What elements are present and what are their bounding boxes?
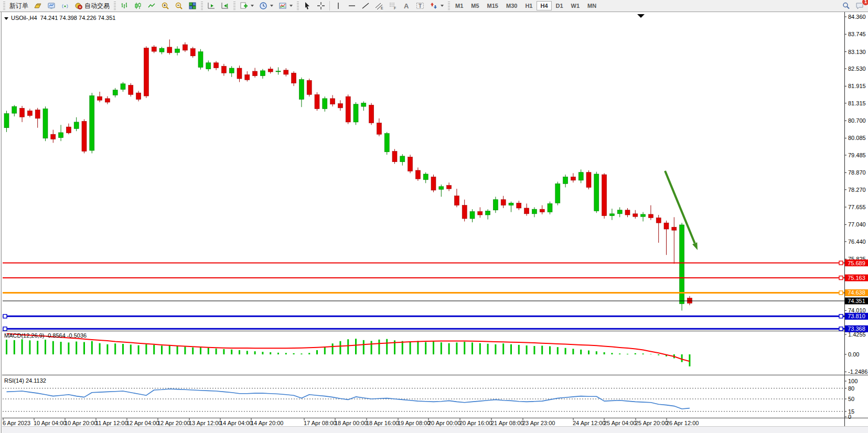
candle-body[interactable] xyxy=(229,68,234,73)
candle-body[interactable] xyxy=(105,99,110,102)
candle-body[interactable] xyxy=(493,200,498,210)
candle-body[interactable] xyxy=(501,200,506,205)
candle-body[interactable] xyxy=(454,196,459,205)
toolbar-grip[interactable] xyxy=(201,2,203,10)
candle-body[interactable] xyxy=(20,108,25,117)
auto-trading-button[interactable]: 自动交易 xyxy=(72,0,112,12)
line-handle[interactable] xyxy=(3,315,7,318)
candle-body[interactable] xyxy=(167,47,172,53)
line-handle[interactable] xyxy=(839,261,843,265)
candle-body[interactable] xyxy=(128,85,133,95)
candle-body[interactable] xyxy=(284,70,288,74)
candle-body[interactable] xyxy=(90,96,94,151)
candle-body[interactable] xyxy=(136,93,141,99)
line-handle[interactable] xyxy=(839,276,843,280)
timeframe-h4-button[interactable]: H4 xyxy=(537,1,551,10)
candle-body[interactable] xyxy=(4,114,9,128)
candle-body[interactable] xyxy=(377,123,381,135)
collapse-triangle-icon[interactable] xyxy=(4,17,8,20)
line-handle[interactable] xyxy=(3,327,7,331)
candle-body[interactable] xyxy=(183,45,187,50)
candle-body[interactable] xyxy=(74,122,79,128)
candle-body[interactable] xyxy=(431,177,436,190)
auto-scroll-button[interactable] xyxy=(205,0,218,12)
candle-body[interactable] xyxy=(594,174,599,211)
notifications-button[interactable]: 1 xyxy=(853,0,866,12)
candle-body[interactable] xyxy=(578,172,583,180)
candle-body[interactable] xyxy=(648,214,653,218)
candle-body[interactable] xyxy=(392,151,397,162)
candle-body[interactable] xyxy=(144,48,148,96)
arrows-tool-button[interactable] xyxy=(427,0,446,12)
candle-body[interactable] xyxy=(206,63,211,69)
candle-body[interactable] xyxy=(253,71,258,76)
candle-body[interactable] xyxy=(51,134,56,139)
signal-icon-button[interactable] xyxy=(58,0,72,12)
chart-shift-button[interactable] xyxy=(218,0,232,12)
candle-body[interactable] xyxy=(548,203,552,212)
candle-body[interactable] xyxy=(98,96,102,100)
candle-body[interactable] xyxy=(190,49,195,56)
timeframe-m1-button[interactable]: M1 xyxy=(452,1,467,10)
candle-body[interactable] xyxy=(532,209,537,214)
candle-body[interactable] xyxy=(82,121,87,151)
candle-body[interactable] xyxy=(12,106,17,113)
candle-body[interactable] xyxy=(245,74,250,80)
vertical-line-tool-button[interactable] xyxy=(331,0,345,12)
candle-body[interactable] xyxy=(361,103,366,106)
candle-body[interactable] xyxy=(540,209,544,212)
candle-body[interactable] xyxy=(609,214,614,216)
candle-body[interactable] xyxy=(113,90,117,95)
text-tool-button[interactable]: A xyxy=(400,0,413,12)
crosshair-tool-button[interactable] xyxy=(314,0,328,12)
candle-body[interactable] xyxy=(563,177,568,183)
candle-body[interactable] xyxy=(292,73,296,83)
zoom-in-button[interactable] xyxy=(158,0,172,12)
candle-body[interactable] xyxy=(323,99,327,109)
candle-body[interactable] xyxy=(470,211,475,219)
candle-body[interactable] xyxy=(478,211,483,214)
candle-body[interactable] xyxy=(633,214,638,216)
candle-body[interactable] xyxy=(237,68,242,79)
timeframe-w1-button[interactable]: W1 xyxy=(567,1,584,10)
candle-body[interactable] xyxy=(27,111,32,115)
cursor-tool-button[interactable] xyxy=(301,0,314,12)
equidistant-channel-tool-button[interactable]: E xyxy=(372,0,386,12)
market-watch-icon-button[interactable] xyxy=(45,0,58,12)
candle-body[interactable] xyxy=(462,205,467,219)
timeframe-mn-button[interactable]: MN xyxy=(584,1,600,10)
candle-body[interactable] xyxy=(664,223,669,229)
candle-body[interactable] xyxy=(221,66,226,73)
timeframe-m15-button[interactable]: M15 xyxy=(484,1,502,10)
candle-body[interactable] xyxy=(486,211,490,215)
candle-body[interactable] xyxy=(680,225,684,304)
candle-body[interactable] xyxy=(276,71,281,72)
chart-canvas[interactable]: 84.36083.74583.13082.53081.91581.31580.7… xyxy=(0,12,868,433)
toolbar-grip[interactable] xyxy=(3,2,5,10)
candle-body[interactable] xyxy=(555,183,560,203)
candle-body[interactable] xyxy=(672,227,677,230)
candle-body[interactable] xyxy=(121,84,125,90)
candle-body[interactable] xyxy=(415,170,420,179)
timeframe-m5-button[interactable]: M5 xyxy=(467,1,483,10)
chart-window[interactable]: 84.36083.74583.13082.53081.91581.31580.7… xyxy=(0,12,868,433)
candle-body[interactable] xyxy=(175,49,180,52)
fibonacci-tool-button[interactable]: F xyxy=(386,0,400,12)
candle-body[interactable] xyxy=(330,99,335,104)
timeframe-h1-button[interactable]: H1 xyxy=(521,1,536,10)
candle-body[interactable] xyxy=(586,172,591,188)
gold-ingot-icon-button[interactable] xyxy=(31,0,45,12)
candle-body[interactable] xyxy=(268,69,273,72)
candlestick-type-button[interactable] xyxy=(131,0,145,12)
candle-body[interactable] xyxy=(447,186,452,189)
candle-body[interactable] xyxy=(641,214,646,216)
candle-body[interactable] xyxy=(423,174,428,180)
candle-body[interactable] xyxy=(369,105,374,123)
candle-body[interactable] xyxy=(214,63,219,68)
candle-body[interactable] xyxy=(400,156,405,162)
candle-body[interactable] xyxy=(408,157,413,171)
candle-body[interactable] xyxy=(159,48,164,52)
text-label-tool-button[interactable]: T xyxy=(413,0,427,12)
candle-body[interactable] xyxy=(152,47,156,51)
candle-body[interactable] xyxy=(384,134,389,152)
